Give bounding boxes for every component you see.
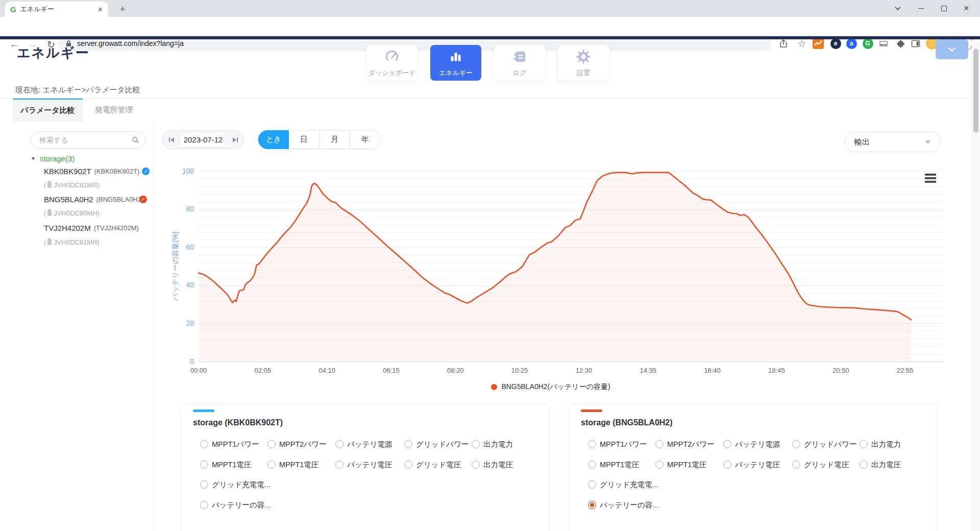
search-icon[interactable]	[132, 136, 139, 144]
nav-dashboard[interactable]: ダッシュボード	[366, 45, 418, 81]
radio-circle[interactable]	[335, 461, 344, 469]
radio-circle[interactable]	[200, 461, 208, 469]
gear-icon	[575, 49, 592, 65]
radio-option[interactable]: グリッド充電電...	[588, 479, 658, 490]
range-day-button[interactable]: 日	[289, 130, 320, 149]
radio-option[interactable]: グリッド充電電...	[200, 479, 271, 490]
prev-day-button[interactable]	[163, 131, 180, 149]
tree-device-bng5bla0h2[interactable]: BNG5BLA0H2 (BNG5BLA0H2) ✓	[44, 194, 147, 204]
tree-group-label[interactable]: storage(3)	[40, 154, 75, 163]
radio-option[interactable]: バッテリ電圧	[335, 459, 392, 470]
tree-device-tvj2h4202m[interactable]: TVJ2H4202M (TVJ2H4202M) ✓	[44, 223, 139, 233]
window-minimize-button[interactable]	[911, 0, 932, 16]
radio-circle[interactable]	[723, 461, 731, 469]
radio-option[interactable]: バッテリ電圧	[723, 459, 780, 470]
radio-circle[interactable]	[200, 501, 208, 509]
device-search[interactable]	[31, 131, 146, 149]
radio-option[interactable]: MPPT1電圧	[588, 459, 639, 470]
radio-option[interactable]: グリッドパワー	[792, 439, 857, 450]
browser-tab[interactable]: G エネルギー ✕	[5, 2, 108, 17]
tree-group-storage[interactable]: ▼ storage(3)	[31, 153, 75, 163]
tree-logger-row: ( JVH0DC81MR )	[44, 237, 100, 247]
radio-option[interactable]: 出力電力	[860, 439, 901, 450]
selected-check-icon: ✓	[142, 167, 150, 175]
radio-circle[interactable]	[860, 461, 868, 469]
radio-circle[interactable]	[860, 440, 868, 448]
radio-option[interactable]: グリッドパワー	[404, 439, 469, 450]
radio-option[interactable]: 出力電圧	[472, 459, 513, 470]
panel-accent-bar	[193, 409, 214, 412]
radio-option[interactable]: グリッド電圧	[404, 459, 461, 470]
datalogger-icon	[47, 210, 52, 216]
nav-energy[interactable]: エネルギー	[430, 45, 481, 81]
radio-circle[interactable]	[404, 440, 412, 448]
tree-caret-icon[interactable]: ▼	[31, 156, 36, 161]
radio-option[interactable]: バッテリ電源	[335, 439, 392, 450]
radio-circle[interactable]	[588, 501, 596, 509]
tab-plant-manage[interactable]: 発電所管理	[83, 99, 145, 122]
tree-device-kbk0bk902t[interactable]: KBK0BK902T (KBK0BK902T) ✓	[44, 166, 150, 176]
range-hour-button[interactable]: とき	[258, 130, 289, 149]
radio-circle[interactable]	[472, 461, 480, 469]
radio-option[interactable]: 出力電圧	[860, 459, 901, 470]
nav-log[interactable]: ログ	[494, 45, 545, 81]
tab-close-icon[interactable]: ✕	[97, 6, 103, 13]
radio-option[interactable]: MPPT1電圧	[655, 459, 706, 470]
app-window: G エネルギー ✕ + ✕ ← → ↻ server.growatt.com/i…	[0, 0, 980, 531]
tab-search-icon[interactable]	[888, 0, 908, 16]
radio-option[interactable]: バッテリ電源	[723, 439, 780, 450]
nav-settings[interactable]: 設置	[558, 45, 609, 81]
next-day-button[interactable]	[227, 131, 243, 149]
chart-menu-icon[interactable]	[925, 174, 936, 184]
radio-option[interactable]: MPPT2パワー	[655, 439, 715, 450]
radio-option[interactable]: バッテリーの容...	[200, 499, 271, 511]
new-tab-button[interactable]: +	[115, 2, 130, 16]
radio-circle[interactable]	[655, 461, 664, 469]
browser-tabstrip: G エネルギー ✕ + ✕	[0, 0, 980, 17]
window-maximize-button[interactable]	[934, 0, 954, 16]
tab-title: エネルギー	[20, 5, 97, 14]
radio-option[interactable]: MPPT1電圧	[267, 459, 318, 470]
radio-circle[interactable]	[792, 440, 800, 448]
radio-circle[interactable]	[267, 461, 276, 469]
window-close-button[interactable]: ✕	[956, 0, 976, 16]
radio-option[interactable]: MPPT1電圧	[200, 459, 251, 470]
radio-circle[interactable]	[723, 440, 731, 448]
radio-circle[interactable]	[792, 461, 800, 469]
radio-circle[interactable]	[404, 461, 412, 469]
tab-parameter-compare[interactable]: パラメータ比較	[13, 99, 83, 122]
chart-legend[interactable]: BNG5BLA0H2(バッテリーの容量)	[158, 381, 943, 393]
browser-toolbar: ← → ↻ server.growatt.com/index?lang=ja ☆…	[0, 17, 980, 36]
search-input[interactable]	[39, 136, 132, 144]
radio-circle[interactable]	[588, 440, 596, 448]
radio-circle[interactable]	[200, 440, 208, 448]
radio-circle[interactable]	[588, 461, 596, 469]
range-year-button[interactable]: 年	[350, 130, 381, 149]
radio-option[interactable]: グリッド電圧	[792, 459, 849, 470]
page-scrollbar-thumb[interactable]	[973, 49, 978, 133]
range-month-button[interactable]: 月	[320, 130, 350, 149]
url-text[interactable]: server.growatt.com/index?lang=ja	[77, 39, 184, 47]
radio-circle[interactable]	[200, 480, 208, 489]
export-dropdown-value: 輸出	[854, 137, 925, 147]
time-range-segments: とき 日 月 年	[258, 130, 381, 149]
radio-circle[interactable]	[335, 440, 344, 448]
panel-title: storage (BNG5BLA0H2)	[581, 418, 673, 427]
radio-option[interactable]: MPPT2パワー	[267, 439, 327, 450]
log-icon	[511, 49, 528, 65]
page-top-accent-bar	[0, 36, 980, 39]
export-dropdown[interactable]: 輸出	[845, 132, 941, 152]
date-picker: 2023-07-12	[162, 130, 244, 149]
radio-circle[interactable]	[472, 440, 480, 448]
radio-option[interactable]: MPPT1パワー	[200, 439, 259, 450]
date-value[interactable]: 2023-07-12	[180, 132, 227, 148]
radio-option[interactable]: バッテリーの容...	[588, 499, 658, 511]
radio-circle[interactable]	[588, 480, 596, 489]
radio-circle[interactable]	[267, 440, 276, 448]
y-axis-title: バッテリーの容量(%)	[171, 215, 180, 317]
radio-circle[interactable]	[655, 440, 664, 448]
radio-option[interactable]: 出力電力	[472, 439, 513, 450]
collapse-header-button[interactable]	[936, 39, 968, 59]
radio-option[interactable]: MPPT1パワー	[588, 439, 647, 450]
device-panel-kbk0bk902t: storage (KBK0BK902T) MPPT1パワー MPPT2パワー バ…	[181, 404, 549, 531]
